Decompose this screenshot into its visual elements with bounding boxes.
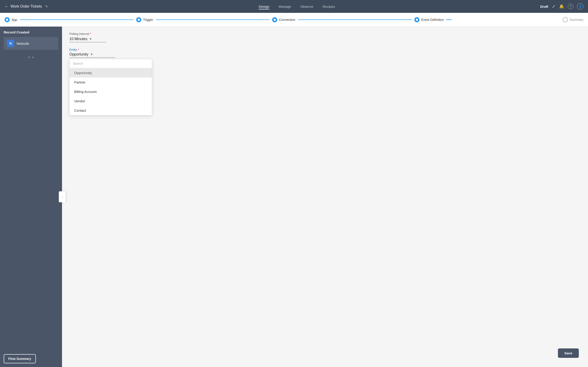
step-app-label: App [11, 18, 17, 22]
main-layout: Record Created N Netsuite ⌄⌄ Flow Summar… [0, 27, 588, 367]
page-title: Work Order Tickets [10, 4, 42, 8]
flow-summary-button[interactable]: Flow Summary [4, 354, 36, 363]
polling-arrow-icon: ▼ [89, 37, 92, 41]
step-trigger-circle [136, 17, 141, 22]
dropdown-item-contact[interactable]: Contact [69, 106, 152, 115]
step-event-definition[interactable]: Event Definition [414, 17, 444, 22]
netsuite-icon: N [7, 40, 14, 47]
netsuite-card[interactable]: N Netsuite [4, 37, 58, 50]
step-summary-label: Summary [570, 18, 583, 22]
nav-tabs: Design Manage Observe Recipes [53, 4, 540, 9]
draft-label: Draft [540, 5, 548, 8]
dropdown-item-billing-account[interactable]: Billing Account [69, 87, 152, 96]
step-line-2 [156, 19, 269, 20]
user-icon[interactable]: 👤 [577, 3, 583, 10]
record-created-label: Record Created [4, 30, 58, 34]
entity-required: * [78, 48, 79, 51]
step-event-definition-label: Event Definition [421, 18, 444, 22]
bell-icon[interactable]: 🔔 [559, 4, 564, 9]
nav-tab-recipes[interactable]: Recipes [322, 4, 335, 9]
stepper-bar: App Trigger Connection Event Definition … [0, 13, 588, 27]
search-input[interactable] [73, 62, 149, 65]
expand-icon[interactable]: ⌄⌄ [4, 53, 58, 59]
step-app-circle [5, 17, 10, 22]
step-line-3 [298, 19, 412, 20]
step-trigger[interactable]: Trigger [136, 17, 153, 22]
entity-section: Entity * Opportunity ▼ Opportunity Partn… [69, 48, 581, 58]
top-nav: ← Work Order Tickets ✎ Design Manage Obs… [0, 0, 588, 13]
nav-tab-design[interactable]: Design [259, 4, 269, 9]
dropdown-item-vendor[interactable]: Vendor [69, 96, 152, 106]
sidebar: Record Created N Netsuite ⌄⌄ Flow Summar… [0, 27, 62, 367]
step-line-dots [447, 19, 560, 20]
step-connection-circle [272, 17, 277, 22]
external-link-icon[interactable]: ⤢ [552, 4, 555, 9]
step-event-definition-circle [414, 17, 419, 22]
back-button[interactable]: ← Work Order Tickets ✎ [5, 4, 48, 9]
help-icon[interactable]: ? [568, 4, 573, 9]
back-arrow-icon: ← [5, 4, 9, 9]
entity-select[interactable]: Opportunity ▼ [69, 52, 115, 58]
step-connection[interactable]: Connection [272, 17, 295, 22]
dropdown-item-partner[interactable]: Partner [69, 77, 152, 87]
entity-label: Entity * [69, 48, 581, 51]
sidebar-collapse-button[interactable]: ‹ [59, 191, 66, 202]
step-connection-label: Connection [279, 18, 295, 22]
content-area: Polling Interval * 10 Minutes ▼ Entity *… [62, 27, 588, 367]
entity-arrow-icon: ▼ [90, 53, 93, 56]
step-summary-circle [563, 17, 568, 22]
polling-label: Polling Interval * [69, 32, 581, 35]
step-trigger-label: Trigger [143, 18, 153, 22]
step-app[interactable]: App [5, 17, 17, 22]
step-line-1 [20, 19, 133, 20]
netsuite-label: Netsuite [17, 42, 29, 45]
nav-tab-observe[interactable]: Observe [300, 4, 313, 9]
polling-value: 10 Minutes [69, 37, 87, 41]
edit-icon[interactable]: ✎ [45, 5, 48, 8]
step-summary[interactable]: Summary [563, 17, 583, 22]
dropdown-search-container [69, 59, 152, 68]
polling-select[interactable]: 10 Minutes ▼ [69, 37, 106, 42]
polling-required: * [90, 32, 91, 35]
nav-tab-manage[interactable]: Manage [279, 4, 291, 9]
nav-right: Draft ⤢ 🔔 ? 👤 [540, 3, 583, 10]
collapse-icon: ‹ [62, 195, 63, 198]
entity-value: Opportunity [69, 52, 88, 56]
entity-dropdown: Opportunity Partner Billing Account Vend… [69, 59, 152, 115]
dropdown-item-opportunity[interactable]: Opportunity [69, 68, 152, 77]
save-button[interactable]: Save [558, 348, 579, 358]
polling-section: Polling Interval * 10 Minutes ▼ [69, 32, 581, 42]
